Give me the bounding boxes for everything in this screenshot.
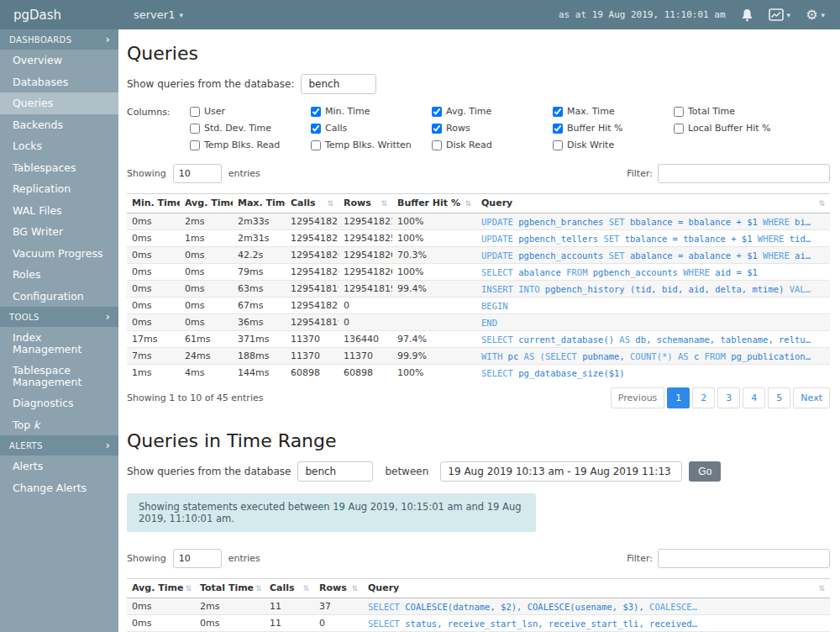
database-input-timerange[interactable] (297, 461, 373, 482)
checkbox-rows[interactable] (432, 124, 442, 134)
query-cell[interactable]: SELECT abalance FROM pgbench_accounts WH… (476, 264, 830, 281)
query-cell[interactable]: UPDATE pgbench_tellers SET tbalance = tb… (476, 230, 830, 247)
notifications-bell-button[interactable] (741, 8, 753, 22)
filter-input[interactable] (658, 164, 830, 183)
column-header-rows[interactable]: Rows⇅ (339, 194, 392, 213)
sidebar-item-tablespace-management[interactable]: Tablespace Management (0, 360, 118, 392)
column-header-calls[interactable]: Calls⇅ (286, 194, 339, 213)
column-toggle-rows[interactable]: Rows (432, 123, 553, 134)
pagination-page-1[interactable]: 1 (667, 387, 690, 408)
sidebar-item-index-management[interactable]: Index Management (0, 327, 118, 360)
sidebar-item-wal-files[interactable]: WAL Files (0, 200, 118, 222)
sidebar-item-bg-writer[interactable]: BG Writer (0, 221, 118, 243)
column-header-rows[interactable]: Rows⇅ (314, 579, 363, 598)
sidebar-item-roles[interactable]: Roles (0, 264, 118, 286)
checkbox-total-time[interactable] (674, 107, 684, 117)
column-header-avg-time[interactable]: Avg. Time⇅ (127, 579, 195, 598)
sidebar-item-overview[interactable]: Overview (0, 50, 118, 71)
value-cell-calls: 1295418263 (286, 264, 339, 281)
sidebar-item-change-alerts[interactable]: Change Alerts (0, 477, 118, 499)
time-range-input[interactable] (440, 461, 682, 482)
filter-input-timerange[interactable] (658, 549, 830, 568)
sidebar-item-tablespaces[interactable]: Tablespaces (0, 157, 118, 179)
checkbox-calls[interactable] (311, 124, 321, 134)
query-cell[interactable]: WITH pc AS (SELECT pubname, COUNT(*) AS … (476, 348, 830, 365)
query-cell[interactable]: SELECT status, receive_start_lsn, receiv… (363, 615, 830, 632)
column-header-query[interactable]: Query⇅ (363, 579, 830, 598)
query-cell[interactable]: BEGIN (476, 298, 830, 314)
server-selector-dropdown[interactable]: server1 ▾ (134, 8, 183, 21)
checkbox-min-time[interactable] (311, 107, 321, 117)
column-toggle-disk-read[interactable]: Disk Read (432, 140, 553, 150)
pagination-page-5[interactable]: 5 (768, 387, 790, 408)
checkbox-temp-blks-written[interactable] (311, 140, 321, 150)
column-header-avg-time[interactable]: Avg. Time⇅ (180, 194, 233, 213)
pagination-next-button[interactable]: Next (793, 387, 830, 408)
sidebar-item-configuration[interactable]: Configuration (0, 286, 118, 308)
sidebar-item-backends[interactable]: Backends (0, 114, 118, 136)
sidebar-section-dashboards[interactable]: DASHBOARDS› (0, 29, 118, 50)
pagination-page-3[interactable]: 3 (717, 387, 740, 408)
sidebar-section-alerts[interactable]: ALERTS› (0, 435, 118, 456)
checkbox-disk-read[interactable] (432, 140, 442, 150)
column-toggle-calls[interactable]: Calls (311, 123, 432, 134)
column-header-min-time[interactable]: Min. Time⇅ (127, 194, 180, 213)
entries-count-input[interactable] (173, 164, 222, 183)
settings-menu-button[interactable]: ⚙ ▾ (806, 8, 825, 22)
column-header-calls[interactable]: Calls⇅ (265, 579, 314, 598)
query-cell[interactable]: END (476, 314, 830, 331)
column-toggle-std-dev-time[interactable]: Std. Dev. Time (190, 123, 311, 134)
checkbox-buffer-hit[interactable] (553, 124, 563, 134)
column-toggle-temp-blks-read[interactable]: Temp Blks. Read (190, 140, 311, 150)
query-cell[interactable]: UPDATE pgbench_branches SET bbalance = b… (476, 213, 830, 230)
checkbox-std-dev-time[interactable] (190, 124, 200, 134)
pagination-previous-button[interactable]: Previous (611, 387, 665, 408)
pagination: Previous12345Next (611, 387, 830, 408)
checkbox-avg-time[interactable] (432, 107, 442, 117)
column-header-max-time[interactable]: Max. Time⇅ (233, 194, 286, 213)
column-toggle-max-time[interactable]: Max. Time (553, 106, 674, 117)
sidebar-item-locks[interactable]: Locks (0, 135, 118, 157)
query-cell[interactable]: SELECT current_database() AS db, scheman… (476, 331, 830, 348)
sidebar-item-top-k[interactable]: Top k (0, 414, 118, 436)
sidebar-section-tools[interactable]: TOOLS› (0, 307, 118, 327)
go-button[interactable]: Go (689, 461, 721, 482)
column-toggle-buffer-hit[interactable]: Buffer Hit % (553, 123, 674, 134)
column-toggle-user[interactable]: User (190, 106, 311, 117)
entries-count-input-timerange[interactable] (173, 549, 222, 568)
column-toggle-temp-blks-written[interactable]: Temp Blks. Written (311, 140, 432, 150)
value-cell-max-time: 2m31s (233, 230, 286, 247)
value-cell-buffer-hit: 100% (392, 213, 476, 230)
column-header-total-time[interactable]: Total Time⇅ (195, 579, 265, 598)
sidebar-item-vacuum-progress[interactable]: Vacuum Progress (0, 243, 118, 265)
charts-menu-button[interactable]: ▾ (769, 8, 791, 21)
query-cell[interactable]: SELECT COALESCE(datname, $2), COALESCE(u… (363, 598, 830, 615)
database-input[interactable] (301, 74, 376, 94)
checkbox-temp-blks-read[interactable] (190, 140, 200, 150)
query-cell[interactable]: UPDATE pgbench_accounts SET abalance = a… (476, 247, 830, 264)
query-cell[interactable]: INSERT INTO pgbench_history (tid, bid, a… (476, 281, 830, 298)
column-toggle-avg-time[interactable]: Avg. Time (432, 106, 553, 117)
sidebar-item-replication[interactable]: Replication (0, 178, 118, 200)
checkbox-disk-write[interactable] (553, 140, 563, 150)
sidebar-item-diagnostics[interactable]: Diagnostics (0, 392, 118, 414)
column-header-buffer-hit[interactable]: Buffer Hit %⇅ (392, 194, 476, 213)
pagination-page-2[interactable]: 2 (692, 387, 715, 408)
sidebar-item-alerts[interactable]: Alerts (0, 456, 118, 477)
column-header-query[interactable]: Query⇅ (476, 194, 830, 213)
value-cell-calls: 1295418272 (286, 298, 339, 314)
query-cell[interactable]: SELECT pg_database_size($1) (476, 365, 830, 382)
app-logo[interactable]: pgDash (0, 8, 118, 23)
sidebar-item-databases[interactable]: Databases (0, 71, 118, 93)
checkbox-user[interactable] (190, 107, 200, 117)
column-toggle-disk-write[interactable]: Disk Write (553, 140, 674, 150)
pagination-page-4[interactable]: 4 (743, 387, 765, 408)
column-header-label: Max. Time (238, 198, 286, 208)
column-toggle-local-buffer-hit[interactable]: Local Buffer Hit % (674, 123, 795, 134)
checkbox-max-time[interactable] (553, 107, 563, 117)
column-toggle-min-time[interactable]: Min. Time (311, 106, 432, 117)
column-toggle-total-time[interactable]: Total Time (674, 106, 795, 117)
snapshot-timestamp: as at 19 Aug 2019, 11:10:01 am (559, 9, 726, 20)
checkbox-local-buffer-hit[interactable] (674, 124, 684, 134)
sidebar-item-queries[interactable]: Queries (0, 92, 118, 114)
